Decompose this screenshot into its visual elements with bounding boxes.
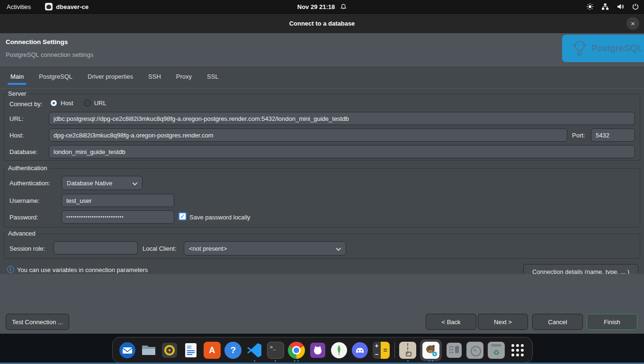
info-text: You can use variables in connection para… [17,266,148,273]
dock-item-vscode[interactable] [245,338,263,362]
password-label: Password: [9,214,38,221]
system-status-area[interactable] [586,3,639,10]
local-client-label: Local Client: [143,245,177,252]
dock-item-mongodb[interactable] [330,338,348,362]
tab-ssh[interactable]: SSH [147,72,162,85]
running-indicator [399,360,417,362]
focused-app-menu[interactable]: dbeaver-ce [45,3,89,10]
dock-item-dbeaver[interactable] [420,338,442,362]
disks-icon [466,342,483,359]
screen: Activities dbeaver-ce Nov 29 21:18 Conne… [0,0,644,364]
local-client-selected-value: <not present> [189,245,227,252]
network-icon [601,3,609,10]
tab-separator [0,88,644,89]
dbeaver-app-icon [45,3,53,10]
dialog-titlebar: Connect to a database × [0,13,644,33]
tab-proxy[interactable]: Proxy [175,72,193,85]
boxes-icon [446,342,463,359]
host-input[interactable] [49,128,567,142]
page-subtitle: PostgreSQL connection settings [6,51,93,58]
test-connection-button[interactable]: Test Connection ... [6,314,69,330]
dock-item-rhythmbox[interactable] [161,338,179,362]
vscode-icon [246,342,263,359]
local-client-select[interactable]: <not present> [184,241,346,255]
host-label: Host: [9,132,24,139]
postgresql-logo-text: PostgreSQL [591,43,643,54]
dock-item-terminal[interactable]: >_ [267,338,285,362]
authentication-select[interactable]: Database Native [62,176,143,190]
save-password-label: Save password locally [189,214,250,221]
radio-host-label: Host [61,100,73,107]
connection-form: Main PostgreSQL Driver properties SSH Pr… [0,66,644,274]
info-icon: i [7,266,14,273]
authentication-selected-value: Database Native [67,180,112,187]
activities-button[interactable]: Activities [5,3,33,10]
next-button[interactable]: Next > [478,314,528,330]
dock-item-boxes[interactable] [445,338,463,362]
port-input[interactable] [591,128,635,142]
radio-url-dot [84,100,91,107]
dock-item-files[interactable] [140,338,158,362]
authentication-group-legend: Authentication [6,164,49,172]
url-input[interactable] [49,112,635,125]
running-indicator [245,360,263,362]
session-role-input[interactable] [54,241,138,255]
dbeaver-icon [422,342,439,359]
dock-item-libreoffice-writer[interactable] [182,338,200,362]
tab-ssl[interactable]: SSL [206,72,220,85]
brightness-icon [586,3,594,10]
chrome-icon [288,342,305,359]
password-input[interactable]: ••••••••••••••••••••••••••• [62,210,174,224]
wizard-header: Connection Settings PostgreSQL connectio… [0,33,644,66]
connect-by-label: Connect by: [9,100,42,108]
rhythmbox-icon [161,342,178,359]
save-password-checkbox[interactable]: ✓ [179,212,187,220]
app-grid-icon [511,344,524,356]
tab-driver-properties[interactable]: Driver properties [87,72,134,85]
postgresql-elephant-icon [571,38,589,58]
radio-url[interactable]: URL [84,100,107,107]
writer-icon [182,342,199,359]
dock-item-chrome[interactable] [287,338,305,362]
clock-menu[interactable]: Nov 29 21:18 [297,3,347,10]
calculator-icon: +−= [373,342,390,359]
dock: A ? >_ +−= [112,337,533,363]
running-indicator [420,360,442,362]
dock-item-discord[interactable] [351,338,369,362]
running-indicator [287,360,305,362]
url-label: URL: [9,115,24,122]
notifications-bell-icon [340,3,347,10]
authentication-label: Authentication: [9,180,50,187]
clock-label: Nov 29 21:18 [297,3,335,10]
gnome-top-bar: Activities dbeaver-ce Nov 29 21:18 [0,0,644,13]
dock-item-github-desktop[interactable] [309,338,327,362]
dock-item-thunderbird[interactable] [118,338,136,362]
back-button[interactable]: < Back [426,314,476,330]
dock-item-trash[interactable]: ♻ [487,338,505,362]
focused-app-label: dbeaver-ce [56,3,89,10]
connection-details-button[interactable]: Connection details (name, type, ... ) [523,264,638,274]
username-label: Username: [9,197,40,204]
dock-item-app-grid[interactable] [509,338,527,362]
volume-icon [617,3,624,10]
dock-item-disks[interactable] [466,338,484,362]
tab-main[interactable]: Main [9,72,25,85]
advanced-group-legend: Advanced [6,230,37,237]
close-icon[interactable]: × [626,17,639,30]
radio-host[interactable]: Host [50,100,73,107]
username-input[interactable] [62,194,174,207]
postgresql-logo: PostgreSQL [562,35,644,62]
cancel-button[interactable]: Cancel [532,314,583,330]
dock-item-archive-manager[interactable] [399,338,417,362]
dock-item-calculator[interactable]: +−= [372,338,390,362]
tab-postgresql[interactable]: PostgreSQL [38,72,73,85]
finish-button[interactable]: Finish [587,314,637,330]
chevron-down-icon [133,181,138,186]
dock-item-help[interactable]: ? [224,338,242,362]
radio-host-dot [50,100,57,107]
database-input[interactable] [49,145,635,158]
server-group-legend: Server [6,90,28,97]
dock-item-ubuntu-software[interactable]: A [203,338,221,362]
mongodb-icon [331,342,348,359]
trash-icon: ♻ [488,342,505,359]
